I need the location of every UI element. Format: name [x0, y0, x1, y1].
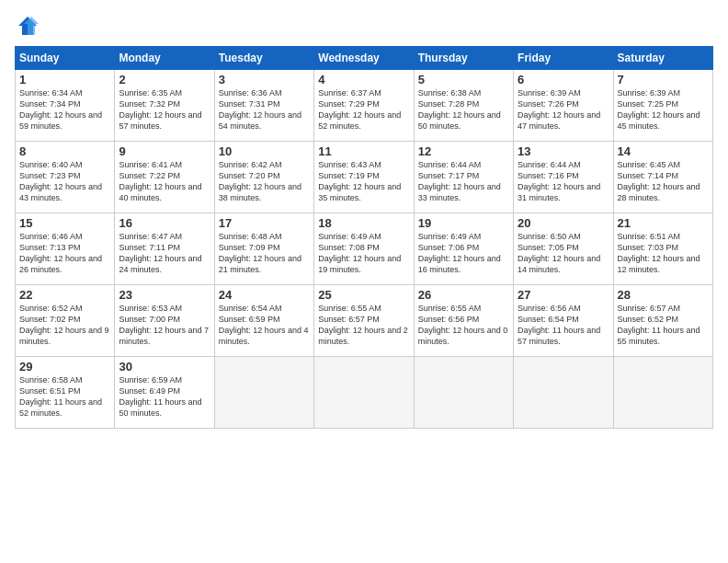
table-row: 15 Sunrise: 6:46 AM Sunset: 7:13 PM Dayl… — [16, 213, 115, 285]
day-number: 16 — [119, 216, 210, 230]
col-header-sunday: Sunday — [16, 47, 115, 70]
day-number: 18 — [318, 216, 409, 230]
table-row — [214, 357, 313, 429]
day-info: Sunrise: 6:55 AM Sunset: 6:57 PM Dayligh… — [318, 303, 409, 348]
table-row — [613, 357, 712, 429]
table-row: 13 Sunrise: 6:44 AM Sunset: 7:16 PM Dayl… — [514, 142, 613, 213]
day-info: Sunrise: 6:38 AM Sunset: 7:28 PM Dayligh… — [418, 87, 509, 132]
table-row — [514, 357, 613, 429]
table-row: 20 Sunrise: 6:50 AM Sunset: 7:05 PM Dayl… — [514, 213, 613, 285]
day-info: Sunrise: 6:54 AM Sunset: 6:59 PM Dayligh… — [219, 303, 310, 348]
day-number: 6 — [518, 73, 609, 86]
day-info: Sunrise: 6:58 AM Sunset: 6:51 PM Dayligh… — [19, 374, 110, 419]
day-number: 19 — [418, 216, 509, 230]
day-info: Sunrise: 6:44 AM Sunset: 7:17 PM Dayligh… — [418, 159, 509, 204]
table-row: 22 Sunrise: 6:52 AM Sunset: 7:02 PM Dayl… — [16, 285, 115, 357]
day-number: 30 — [119, 360, 210, 373]
table-row: 28 Sunrise: 6:57 AM Sunset: 6:52 PM Dayl… — [613, 285, 712, 357]
day-number: 23 — [119, 288, 210, 302]
table-row: 12 Sunrise: 6:44 AM Sunset: 7:17 PM Dayl… — [414, 142, 513, 213]
col-header-tuesday: Tuesday — [214, 47, 313, 70]
day-number: 26 — [418, 288, 509, 302]
table-row: 25 Sunrise: 6:55 AM Sunset: 6:57 PM Dayl… — [314, 285, 414, 357]
day-number: 28 — [618, 288, 709, 302]
table-row: 2 Sunrise: 6:35 AM Sunset: 7:32 PM Dayli… — [115, 70, 214, 142]
table-row: 10 Sunrise: 6:42 AM Sunset: 7:20 PM Dayl… — [214, 142, 313, 213]
table-row: 16 Sunrise: 6:47 AM Sunset: 7:11 PM Dayl… — [115, 213, 214, 285]
table-row: 26 Sunrise: 6:55 AM Sunset: 6:56 PM Dayl… — [414, 285, 513, 357]
day-number: 24 — [219, 288, 310, 302]
table-row: 8 Sunrise: 6:40 AM Sunset: 7:23 PM Dayli… — [16, 142, 115, 213]
day-number: 7 — [618, 73, 709, 86]
day-number: 12 — [418, 144, 509, 158]
day-number: 1 — [19, 73, 110, 86]
logo — [15, 13, 44, 39]
table-row: 7 Sunrise: 6:39 AM Sunset: 7:25 PM Dayli… — [613, 70, 712, 142]
day-number: 22 — [19, 288, 110, 302]
table-row: 9 Sunrise: 6:41 AM Sunset: 7:22 PM Dayli… — [115, 142, 214, 213]
table-row: 23 Sunrise: 6:53 AM Sunset: 7:00 PM Dayl… — [115, 285, 214, 357]
table-row: 30 Sunrise: 6:59 AM Sunset: 6:49 PM Dayl… — [115, 357, 214, 429]
table-row: 4 Sunrise: 6:37 AM Sunset: 7:29 PM Dayli… — [314, 70, 414, 142]
day-info: Sunrise: 6:57 AM Sunset: 6:52 PM Dayligh… — [618, 303, 709, 348]
day-info: Sunrise: 6:46 AM Sunset: 7:13 PM Dayligh… — [19, 231, 110, 276]
col-header-thursday: Thursday — [414, 47, 513, 70]
day-number: 8 — [19, 144, 110, 158]
day-info: Sunrise: 6:34 AM Sunset: 7:34 PM Dayligh… — [19, 87, 110, 132]
table-row: 14 Sunrise: 6:45 AM Sunset: 7:14 PM Dayl… — [613, 142, 712, 213]
day-info: Sunrise: 6:43 AM Sunset: 7:19 PM Dayligh… — [318, 159, 409, 204]
day-number: 2 — [119, 73, 210, 86]
day-info: Sunrise: 6:41 AM Sunset: 7:22 PM Dayligh… — [119, 159, 210, 204]
table-row: 3 Sunrise: 6:36 AM Sunset: 7:31 PM Dayli… — [214, 70, 313, 142]
day-info: Sunrise: 6:40 AM Sunset: 7:23 PM Dayligh… — [19, 159, 110, 204]
day-number: 15 — [19, 216, 110, 230]
day-number: 3 — [219, 73, 310, 86]
table-row: 27 Sunrise: 6:56 AM Sunset: 6:54 PM Dayl… — [514, 285, 613, 357]
day-number: 5 — [418, 73, 509, 86]
day-info: Sunrise: 6:52 AM Sunset: 7:02 PM Dayligh… — [19, 303, 110, 348]
table-row: 21 Sunrise: 6:51 AM Sunset: 7:03 PM Dayl… — [613, 213, 712, 285]
day-info: Sunrise: 6:59 AM Sunset: 6:49 PM Dayligh… — [119, 374, 210, 419]
day-info: Sunrise: 6:36 AM Sunset: 7:31 PM Dayligh… — [219, 87, 310, 132]
day-number: 21 — [618, 216, 709, 230]
col-header-wednesday: Wednesday — [314, 47, 414, 70]
table-row: 29 Sunrise: 6:58 AM Sunset: 6:51 PM Dayl… — [16, 357, 115, 429]
table-row — [314, 357, 414, 429]
day-number: 4 — [318, 73, 409, 86]
day-info: Sunrise: 6:42 AM Sunset: 7:20 PM Dayligh… — [219, 159, 310, 204]
day-number: 11 — [318, 144, 409, 158]
day-info: Sunrise: 6:44 AM Sunset: 7:16 PM Dayligh… — [518, 159, 609, 204]
day-info: Sunrise: 6:53 AM Sunset: 7:00 PM Dayligh… — [119, 303, 210, 348]
day-info: Sunrise: 6:39 AM Sunset: 7:26 PM Dayligh… — [518, 87, 609, 132]
day-info: Sunrise: 6:55 AM Sunset: 6:56 PM Dayligh… — [418, 303, 509, 348]
table-row: 18 Sunrise: 6:49 AM Sunset: 7:08 PM Dayl… — [314, 213, 414, 285]
day-number: 27 — [518, 288, 609, 302]
day-number: 17 — [219, 216, 310, 230]
day-info: Sunrise: 6:48 AM Sunset: 7:09 PM Dayligh… — [219, 231, 310, 276]
day-number: 9 — [119, 144, 210, 158]
table-row: 19 Sunrise: 6:49 AM Sunset: 7:06 PM Dayl… — [414, 213, 513, 285]
day-number: 10 — [219, 144, 310, 158]
day-info: Sunrise: 6:51 AM Sunset: 7:03 PM Dayligh… — [618, 231, 709, 276]
day-number: 29 — [19, 360, 110, 373]
table-row: 11 Sunrise: 6:43 AM Sunset: 7:19 PM Dayl… — [314, 142, 414, 213]
day-info: Sunrise: 6:35 AM Sunset: 7:32 PM Dayligh… — [119, 87, 210, 132]
table-row: 17 Sunrise: 6:48 AM Sunset: 7:09 PM Dayl… — [214, 213, 313, 285]
day-number: 20 — [518, 216, 609, 230]
calendar-table: SundayMondayTuesdayWednesdayThursdayFrid… — [15, 46, 713, 429]
table-row: 6 Sunrise: 6:39 AM Sunset: 7:26 PM Dayli… — [514, 70, 613, 142]
day-info: Sunrise: 6:45 AM Sunset: 7:14 PM Dayligh… — [618, 159, 709, 204]
col-header-monday: Monday — [115, 47, 214, 70]
day-info: Sunrise: 6:50 AM Sunset: 7:05 PM Dayligh… — [518, 231, 609, 276]
day-info: Sunrise: 6:49 AM Sunset: 7:08 PM Dayligh… — [318, 231, 409, 276]
day-info: Sunrise: 6:37 AM Sunset: 7:29 PM Dayligh… — [318, 87, 409, 132]
table-row: 1 Sunrise: 6:34 AM Sunset: 7:34 PM Dayli… — [16, 70, 115, 142]
col-header-saturday: Saturday — [613, 47, 712, 70]
day-info: Sunrise: 6:47 AM Sunset: 7:11 PM Dayligh… — [119, 231, 210, 276]
table-row — [414, 357, 513, 429]
table-row: 5 Sunrise: 6:38 AM Sunset: 7:28 PM Dayli… — [414, 70, 513, 142]
logo-icon — [15, 13, 40, 39]
day-info: Sunrise: 6:49 AM Sunset: 7:06 PM Dayligh… — [418, 231, 509, 276]
day-number: 13 — [518, 144, 609, 158]
day-info: Sunrise: 6:39 AM Sunset: 7:25 PM Dayligh… — [618, 87, 709, 132]
